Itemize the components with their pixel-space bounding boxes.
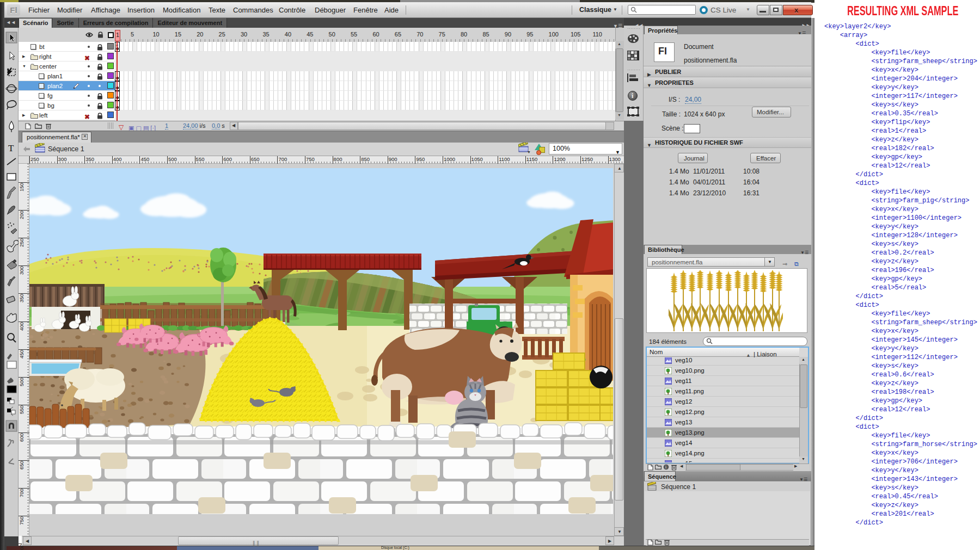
svg-text:i: i xyxy=(665,465,666,469)
svg-text:T: T xyxy=(8,143,14,153)
